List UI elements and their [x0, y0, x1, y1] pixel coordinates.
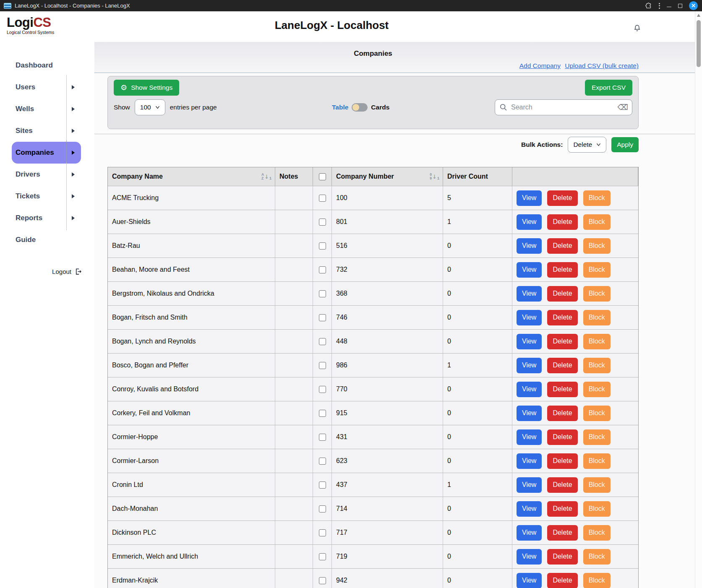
row-checkbox[interactable] [319, 481, 326, 489]
delete-button[interactable]: Delete [547, 262, 577, 278]
scrollbar-thumb[interactable] [697, 20, 701, 67]
view-button[interactable]: View [517, 382, 542, 397]
sidebar-item-dashboard[interactable]: Dashboard [0, 55, 94, 76]
browser-menu-icon[interactable] [659, 3, 660, 9]
view-button[interactable]: View [517, 262, 542, 278]
block-button[interactable]: Block [583, 334, 611, 349]
delete-button[interactable]: Delete [547, 310, 577, 325]
delete-button[interactable]: Delete [547, 358, 577, 373]
row-checkbox[interactable] [319, 553, 326, 560]
block-button[interactable]: Block [583, 477, 611, 493]
sort-numeric-icon[interactable]: 09↓1 [430, 173, 439, 180]
view-button[interactable]: View [517, 429, 542, 445]
sidebar-item-wells[interactable]: Wells [0, 98, 94, 120]
delete-button[interactable]: Delete [547, 429, 577, 445]
delete-button[interactable]: Delete [547, 501, 577, 517]
extensions-puzzle-icon[interactable] [645, 2, 652, 9]
bulk-action-select[interactable]: Delete [568, 137, 606, 153]
add-company-link[interactable]: Add Company [519, 62, 561, 69]
view-button[interactable]: View [517, 358, 542, 373]
block-button[interactable]: Block [583, 382, 611, 397]
table-view-label[interactable]: Table [332, 104, 348, 111]
search-input[interactable] [495, 99, 632, 115]
sidebar-item-sites[interactable]: Sites [0, 120, 94, 142]
show-settings-button[interactable]: ⚙ Show Settings [114, 80, 179, 96]
view-button[interactable]: View [517, 406, 542, 421]
upload-csv-link[interactable]: Upload CSV (bulk create) [565, 62, 639, 69]
row-checkbox[interactable] [319, 242, 326, 250]
view-button[interactable]: View [517, 549, 542, 565]
export-csv-button[interactable]: Export CSV [585, 80, 632, 96]
delete-button[interactable]: Delete [547, 406, 577, 421]
minimize-button[interactable] [667, 4, 671, 7]
row-checkbox[interactable] [319, 219, 326, 226]
row-checkbox[interactable] [319, 410, 326, 417]
delete-button[interactable]: Delete [547, 214, 577, 230]
view-mode-switch[interactable] [352, 103, 368, 112]
view-button[interactable]: View [517, 214, 542, 230]
delete-button[interactable]: Delete [547, 286, 577, 302]
block-button[interactable]: Block [583, 214, 611, 230]
sidebar-item-users[interactable]: Users [0, 76, 94, 98]
sidebar-item-companies[interactable]: Companies [12, 142, 81, 164]
notification-bell-icon[interactable] [633, 24, 642, 33]
delete-button[interactable]: Delete [547, 190, 577, 206]
block-button[interactable]: Block [583, 525, 611, 541]
row-checkbox[interactable] [319, 458, 326, 465]
view-button[interactable]: View [517, 238, 542, 254]
delete-button[interactable]: Delete [547, 477, 577, 493]
row-checkbox[interactable] [319, 195, 326, 202]
cards-view-label[interactable]: Cards [371, 104, 389, 111]
delete-button[interactable]: Delete [547, 334, 577, 349]
view-button[interactable]: View [517, 190, 542, 206]
row-checkbox[interactable] [319, 577, 326, 584]
view-button[interactable]: View [517, 501, 542, 517]
block-button[interactable]: Block [583, 190, 611, 206]
row-checkbox[interactable] [319, 290, 326, 297]
company-name-header[interactable]: Company Name AZ↓1 [108, 167, 275, 186]
delete-button[interactable]: Delete [547, 238, 577, 254]
apply-button[interactable]: Apply [611, 137, 639, 152]
view-button[interactable]: View [517, 310, 542, 325]
view-button[interactable]: View [517, 525, 542, 541]
block-button[interactable]: Block [583, 501, 611, 517]
view-button[interactable]: View [517, 453, 542, 469]
row-checkbox[interactable] [319, 362, 326, 369]
row-checkbox[interactable] [319, 314, 326, 321]
view-button[interactable]: View [517, 286, 542, 302]
delete-button[interactable]: Delete [547, 573, 577, 588]
row-checkbox[interactable] [319, 266, 326, 273]
block-button[interactable]: Block [583, 358, 611, 373]
block-button[interactable]: Block [583, 453, 611, 469]
close-button[interactable]: ✕ [689, 1, 698, 10]
row-checkbox[interactable] [319, 386, 326, 393]
delete-button[interactable]: Delete [547, 382, 577, 397]
vertical-scrollbar[interactable] [695, 11, 702, 588]
block-button[interactable]: Block [583, 286, 611, 302]
sort-alpha-icon[interactable]: AZ↓1 [261, 173, 271, 180]
sidebar-item-tickets[interactable]: Tickets [0, 185, 94, 207]
row-checkbox[interactable] [319, 338, 326, 345]
row-checkbox[interactable] [319, 434, 326, 441]
block-button[interactable]: Block [583, 573, 611, 588]
maximize-button[interactable] [678, 4, 682, 8]
row-checkbox[interactable] [319, 529, 326, 536]
block-button[interactable]: Block [583, 429, 611, 445]
sidebar-item-guide[interactable]: Guide [0, 229, 94, 251]
sidebar-item-drivers[interactable]: Drivers [0, 164, 94, 185]
delete-button[interactable]: Delete [547, 453, 577, 469]
view-button[interactable]: View [517, 334, 542, 349]
block-button[interactable]: Block [583, 549, 611, 565]
select-all-checkbox[interactable] [319, 173, 326, 180]
block-button[interactable]: Block [583, 310, 611, 325]
block-button[interactable]: Block [583, 406, 611, 421]
scroll-up-arrow-icon[interactable] [697, 14, 700, 17]
logout-button[interactable]: Logout [52, 268, 82, 276]
block-button[interactable]: Block [583, 262, 611, 278]
sidebar-item-reports[interactable]: Reports [0, 207, 94, 229]
clear-search-icon[interactable]: ⌫ [618, 103, 628, 112]
view-button[interactable]: View [517, 477, 542, 493]
entries-per-page-select[interactable]: 100 [135, 99, 165, 115]
block-button[interactable]: Block [583, 238, 611, 254]
delete-button[interactable]: Delete [547, 549, 577, 565]
